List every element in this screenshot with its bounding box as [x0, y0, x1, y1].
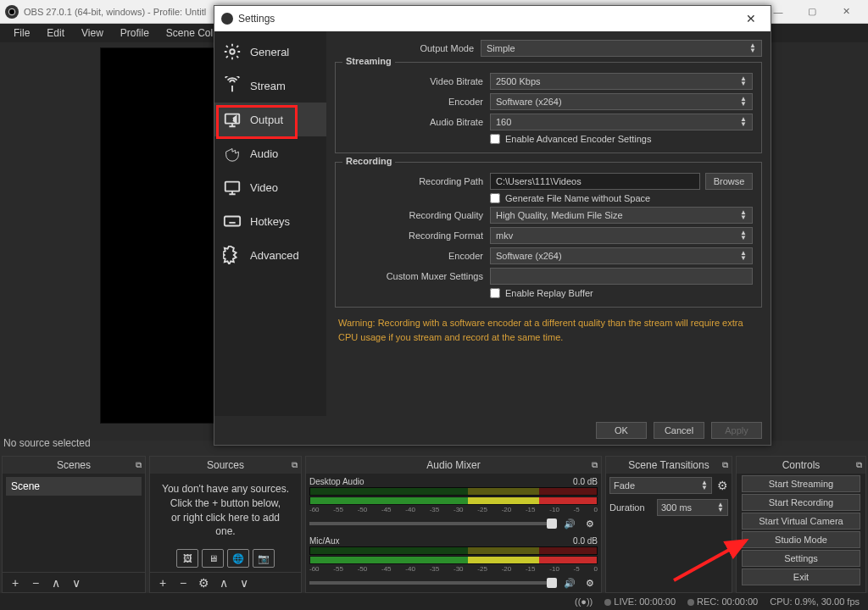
settings-nav-video[interactable]: Video: [214, 170, 326, 204]
source-up-button[interactable]: ∧: [216, 576, 231, 590]
settings-title-text: Settings: [238, 13, 275, 25]
advanced-encoder-label: Enable Advanced Encoder Settings: [505, 134, 651, 144]
advanced-encoder-checkbox[interactable]: [490, 134, 500, 144]
menu-edit[interactable]: Edit: [38, 25, 73, 41]
scene-remove-button[interactable]: −: [28, 576, 43, 590]
mixer-track: Desktop Audio0.0 dB-60-55-50-45-40-35-30…: [309, 477, 598, 531]
settings-button[interactable]: Settings: [742, 550, 860, 567]
source-remove-button[interactable]: −: [175, 576, 191, 590]
settings-nav-label: Advanced: [250, 249, 299, 262]
recording-path-input[interactable]: C:\Users\111\Videos: [490, 173, 700, 190]
recording-encoder-select[interactable]: Software (x264)▲▼: [490, 247, 753, 264]
win-close-button[interactable]: ✕: [829, 0, 863, 24]
transition-mode-select[interactable]: Fade▲▼: [609, 477, 712, 494]
source-props-button[interactable]: ⚙: [196, 576, 211, 590]
status-cpu: CPU: 0.9%, 30.00 fps: [770, 596, 860, 607]
output-mode-select[interactable]: Simple▲▼: [481, 40, 762, 57]
transition-duration-input[interactable]: 300 ms▲▼: [657, 499, 728, 516]
settings-nav-label: General: [250, 46, 289, 58]
advanced-icon: [223, 246, 242, 264]
transition-duration-label: Duration: [609, 502, 652, 513]
muxer-label: Custom Muxer Settings: [344, 271, 483, 281]
exit-button[interactable]: Exit: [742, 568, 860, 585]
cancel-button[interactable]: Cancel: [654, 422, 704, 439]
menu-view[interactable]: View: [73, 25, 112, 41]
scenes-title: Scenes: [57, 459, 91, 471]
audio-bitrate-label: Audio Bitrate: [344, 117, 483, 127]
vu-meter: [309, 487, 598, 496]
track-settings-icon[interactable]: ⚙: [582, 575, 598, 591]
settings-nav-label: Audio: [250, 147, 278, 160]
settings-nav-hotkeys[interactable]: Hotkeys: [214, 204, 326, 238]
source-type-icons: 🖼 🖥 🌐 📷: [153, 549, 298, 568]
scenes-popout-icon[interactable]: ⧉: [136, 460, 142, 470]
start-recording-button[interactable]: Start Recording: [742, 494, 860, 511]
studio-mode-button[interactable]: Studio Mode: [742, 531, 860, 548]
settings-dialog: Settings ✕ GeneralStreamOutputAudioVideo…: [214, 5, 771, 446]
track-db: 0.0 dB: [573, 477, 598, 486]
sources-panel: Sources⧉ You don't have any sources. Cli…: [149, 456, 302, 593]
replay-buffer-checkbox[interactable]: [490, 288, 500, 298]
status-bar: ((●)) LIVE: 00:00:00 REC: 00:00:00 CPU: …: [0, 593, 868, 610]
volume-slider[interactable]: [309, 581, 557, 585]
settings-nav-general[interactable]: General: [214, 35, 326, 69]
settings-nav-audio[interactable]: Audio: [214, 136, 326, 170]
settings-nav-label: Video: [250, 181, 278, 194]
settings-nav-advanced[interactable]: Advanced: [214, 238, 326, 272]
start-streaming-button[interactable]: Start Streaming: [742, 475, 860, 492]
speaker-icon[interactable]: 🔊: [562, 516, 577, 531]
app-logo-icon: [5, 5, 19, 19]
apply-button[interactable]: Apply: [711, 422, 762, 439]
video-bitrate-label: Video Bitrate: [344, 76, 483, 86]
source-add-button[interactable]: +: [155, 576, 170, 590]
recording-encoder-label: Encoder: [344, 251, 483, 261]
stream-encoder-select[interactable]: Software (x264)▲▼: [490, 93, 753, 110]
video-bitrate-input[interactable]: 2500 Kbps▲▼: [490, 73, 753, 90]
svg-point-1: [230, 49, 235, 54]
ok-button[interactable]: OK: [596, 422, 647, 439]
win-maximize-button[interactable]: ▢: [795, 0, 829, 24]
audio-icon: [223, 144, 242, 163]
settings-logo-icon: [221, 13, 233, 25]
settings-footer: OK Cancel Apply: [214, 416, 771, 445]
sources-empty-text: You don't have any sources. Click the + …: [153, 477, 298, 544]
sources-title: Sources: [207, 459, 244, 471]
start-virtual-camera-button[interactable]: Start Virtual Camera: [742, 513, 860, 530]
scene-down-button[interactable]: ∨: [69, 576, 84, 590]
svg-rect-4: [225, 217, 240, 226]
filename-nospace-checkbox[interactable]: [490, 193, 500, 203]
filename-nospace-label: Generate File Name without Space: [505, 193, 650, 203]
scene-item[interactable]: Scene: [6, 477, 142, 496]
audio-bitrate-select[interactable]: 160▲▼: [490, 114, 753, 130]
sources-popout-icon[interactable]: ⧉: [292, 460, 298, 470]
scenes-panel: Scenes⧉ Scene + − ∧ ∨: [2, 456, 146, 593]
menu-profile[interactable]: Profile: [112, 25, 158, 41]
svg-rect-3: [225, 182, 240, 191]
mixer-popout-icon[interactable]: ⧉: [592, 460, 598, 470]
recording-legend: Recording: [342, 156, 395, 166]
settings-nav-stream[interactable]: Stream: [214, 69, 326, 103]
scene-add-button[interactable]: +: [8, 576, 23, 590]
transitions-panel: Scene Transitions⧉ Fade▲▼ ⚙ Duration 300…: [605, 456, 732, 593]
recording-quality-select[interactable]: High Quality, Medium File Size▲▼: [490, 207, 753, 224]
vu-ticks: -60-55-50-45-40-35-30-25-20-15-10-50: [309, 506, 598, 514]
controls-title: Controls: [782, 459, 821, 471]
volume-slider[interactable]: [309, 522, 557, 525]
transition-settings-icon[interactable]: ⚙: [717, 479, 728, 492]
menu-file[interactable]: File: [5, 25, 38, 41]
general-icon: [223, 42, 242, 61]
track-settings-icon[interactable]: ⚙: [582, 516, 598, 531]
browse-button[interactable]: Browse: [705, 173, 753, 190]
controls-popout-icon[interactable]: ⧉: [856, 460, 862, 470]
settings-nav: GeneralStreamOutputAudioVideoHotkeysAdva…: [214, 31, 326, 416]
recording-format-select[interactable]: mkv▲▼: [490, 227, 753, 244]
settings-nav-output[interactable]: Output: [214, 103, 326, 136]
source-down-button[interactable]: ∨: [236, 576, 252, 590]
speaker-icon[interactable]: 🔊: [562, 575, 577, 591]
muxer-input[interactable]: [490, 268, 753, 285]
streaming-fieldset: Streaming Video Bitrate 2500 Kbps▲▼ Enco…: [335, 62, 762, 153]
transitions-popout-icon[interactable]: ⧉: [722, 460, 728, 470]
window-title: OBS 27.0.1 (64-bit, windows) - Profile: …: [24, 7, 206, 17]
scene-up-button[interactable]: ∧: [48, 576, 64, 590]
settings-close-button[interactable]: ✕: [738, 12, 764, 25]
